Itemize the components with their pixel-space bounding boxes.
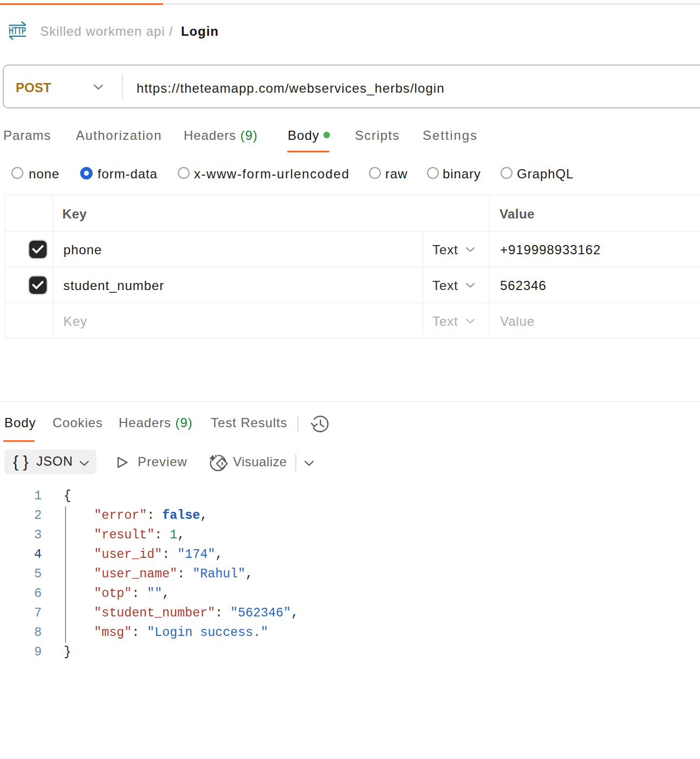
svg-text:HTTP: HTTP (9, 25, 26, 36)
